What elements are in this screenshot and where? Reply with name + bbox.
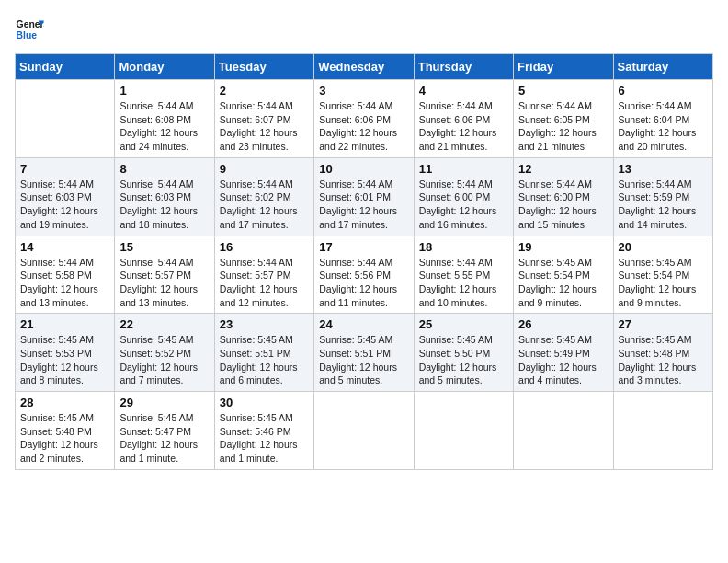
logo: General Blue bbox=[15, 15, 48, 44]
calendar-cell: 30Sunrise: 5:45 AM Sunset: 5:46 PM Dayli… bbox=[214, 392, 313, 470]
calendar-cell: 5Sunrise: 5:44 AM Sunset: 6:05 PM Daylig… bbox=[514, 80, 613, 158]
day-sun-info: Sunrise: 5:45 AM Sunset: 5:49 PM Dayligh… bbox=[518, 333, 608, 387]
calendar-cell: 22Sunrise: 5:45 AM Sunset: 5:52 PM Dayli… bbox=[115, 314, 214, 392]
calendar-cell: 9Sunrise: 5:44 AM Sunset: 6:02 PM Daylig… bbox=[214, 157, 313, 236]
weekday-header-row: SundayMondayTuesdayWednesdayThursdayFrid… bbox=[16, 54, 713, 80]
weekday-header-saturday: Saturday bbox=[613, 54, 712, 80]
day-number: 28 bbox=[20, 396, 109, 409]
svg-text:Blue: Blue bbox=[17, 30, 38, 40]
day-sun-info: Sunrise: 5:45 AM Sunset: 5:50 PM Dayligh… bbox=[419, 333, 508, 387]
calendar-cell: 4Sunrise: 5:44 AM Sunset: 6:06 PM Daylig… bbox=[414, 80, 513, 158]
day-sun-info: Sunrise: 5:45 AM Sunset: 5:54 PM Dayligh… bbox=[518, 256, 608, 310]
day-sun-info: Sunrise: 5:44 AM Sunset: 6:03 PM Dayligh… bbox=[20, 178, 109, 232]
weekday-header-wednesday: Wednesday bbox=[314, 54, 414, 80]
day-sun-info: Sunrise: 5:44 AM Sunset: 5:59 PM Dayligh… bbox=[619, 178, 708, 232]
logo-icon: General Blue bbox=[15, 15, 44, 44]
calendar-cell: 19Sunrise: 5:45 AM Sunset: 5:54 PM Dayli… bbox=[514, 236, 613, 314]
day-sun-info: Sunrise: 5:44 AM Sunset: 6:08 PM Dayligh… bbox=[119, 99, 209, 154]
calendar-week-row: 28Sunrise: 5:45 AM Sunset: 5:48 PM Dayli… bbox=[16, 392, 713, 470]
day-sun-info: Sunrise: 5:44 AM Sunset: 6:02 PM Dayligh… bbox=[220, 178, 309, 232]
day-number: 16 bbox=[220, 240, 309, 254]
day-number: 26 bbox=[518, 317, 608, 331]
calendar-week-row: 1Sunrise: 5:44 AM Sunset: 6:08 PM Daylig… bbox=[16, 80, 713, 158]
day-sun-info: Sunrise: 5:44 AM Sunset: 5:56 PM Dayligh… bbox=[319, 256, 408, 310]
day-number: 6 bbox=[619, 84, 708, 98]
calendar-week-row: 14Sunrise: 5:44 AM Sunset: 5:58 PM Dayli… bbox=[16, 236, 713, 314]
page-header: General Blue bbox=[15, 15, 713, 44]
calendar-cell: 18Sunrise: 5:44 AM Sunset: 5:55 PM Dayli… bbox=[414, 236, 513, 314]
calendar-cell: 26Sunrise: 5:45 AM Sunset: 5:49 PM Dayli… bbox=[514, 314, 613, 392]
day-sun-info: Sunrise: 5:44 AM Sunset: 6:05 PM Dayligh… bbox=[518, 99, 608, 154]
calendar-cell: 2Sunrise: 5:44 AM Sunset: 6:07 PM Daylig… bbox=[214, 80, 313, 158]
day-number: 4 bbox=[419, 84, 508, 98]
day-number: 2 bbox=[220, 84, 309, 98]
calendar-cell: 16Sunrise: 5:44 AM Sunset: 5:57 PM Dayli… bbox=[214, 236, 313, 314]
day-sun-info: Sunrise: 5:44 AM Sunset: 6:06 PM Dayligh… bbox=[319, 99, 408, 154]
weekday-header-monday: Monday bbox=[115, 54, 214, 80]
calendar-cell: 25Sunrise: 5:45 AM Sunset: 5:50 PM Dayli… bbox=[414, 314, 513, 392]
day-sun-info: Sunrise: 5:44 AM Sunset: 6:04 PM Dayligh… bbox=[619, 99, 708, 154]
calendar-cell: 28Sunrise: 5:45 AM Sunset: 5:48 PM Dayli… bbox=[16, 392, 115, 470]
day-sun-info: Sunrise: 5:45 AM Sunset: 5:47 PM Dayligh… bbox=[119, 411, 209, 465]
day-sun-info: Sunrise: 5:45 AM Sunset: 5:51 PM Dayligh… bbox=[319, 333, 408, 387]
calendar-cell: 21Sunrise: 5:45 AM Sunset: 5:53 PM Dayli… bbox=[16, 314, 115, 392]
day-number: 27 bbox=[619, 317, 708, 331]
calendar-cell: 10Sunrise: 5:44 AM Sunset: 6:01 PM Dayli… bbox=[314, 157, 414, 236]
day-number: 29 bbox=[119, 396, 209, 409]
day-sun-info: Sunrise: 5:44 AM Sunset: 6:01 PM Dayligh… bbox=[319, 178, 408, 232]
calendar-cell: 20Sunrise: 5:45 AM Sunset: 5:54 PM Dayli… bbox=[613, 236, 712, 314]
day-sun-info: Sunrise: 5:44 AM Sunset: 5:57 PM Dayligh… bbox=[220, 256, 309, 310]
calendar-week-row: 7Sunrise: 5:44 AM Sunset: 6:03 PM Daylig… bbox=[16, 157, 713, 236]
day-number: 17 bbox=[319, 240, 408, 254]
day-sun-info: Sunrise: 5:45 AM Sunset: 5:52 PM Dayligh… bbox=[119, 333, 209, 387]
day-sun-info: Sunrise: 5:45 AM Sunset: 5:46 PM Dayligh… bbox=[220, 411, 309, 465]
day-number: 25 bbox=[419, 317, 508, 331]
weekday-header-thursday: Thursday bbox=[414, 54, 513, 80]
day-sun-info: Sunrise: 5:45 AM Sunset: 5:51 PM Dayligh… bbox=[220, 333, 309, 387]
calendar-cell: 7Sunrise: 5:44 AM Sunset: 6:03 PM Daylig… bbox=[16, 157, 115, 236]
day-number: 20 bbox=[619, 240, 708, 254]
weekday-header-friday: Friday bbox=[514, 54, 613, 80]
calendar-cell: 3Sunrise: 5:44 AM Sunset: 6:06 PM Daylig… bbox=[314, 80, 414, 158]
calendar-cell: 13Sunrise: 5:44 AM Sunset: 5:59 PM Dayli… bbox=[613, 157, 712, 236]
day-number: 8 bbox=[119, 162, 209, 176]
day-number: 12 bbox=[518, 162, 608, 176]
day-sun-info: Sunrise: 5:45 AM Sunset: 5:48 PM Dayligh… bbox=[619, 333, 708, 387]
calendar-cell bbox=[16, 80, 115, 158]
calendar-cell: 23Sunrise: 5:45 AM Sunset: 5:51 PM Dayli… bbox=[214, 314, 313, 392]
day-number: 24 bbox=[319, 317, 408, 331]
day-number: 15 bbox=[119, 240, 209, 254]
calendar-cell: 8Sunrise: 5:44 AM Sunset: 6:03 PM Daylig… bbox=[115, 157, 214, 236]
day-sun-info: Sunrise: 5:44 AM Sunset: 6:00 PM Dayligh… bbox=[419, 178, 508, 232]
calendar-cell: 17Sunrise: 5:44 AM Sunset: 5:56 PM Dayli… bbox=[314, 236, 414, 314]
calendar-cell: 6Sunrise: 5:44 AM Sunset: 6:04 PM Daylig… bbox=[613, 80, 712, 158]
day-sun-info: Sunrise: 5:44 AM Sunset: 6:03 PM Dayligh… bbox=[119, 178, 209, 232]
day-number: 1 bbox=[119, 84, 209, 98]
day-number: 3 bbox=[319, 84, 408, 98]
calendar-cell: 1Sunrise: 5:44 AM Sunset: 6:08 PM Daylig… bbox=[115, 80, 214, 158]
day-sun-info: Sunrise: 5:44 AM Sunset: 6:00 PM Dayligh… bbox=[518, 178, 608, 232]
calendar-cell: 11Sunrise: 5:44 AM Sunset: 6:00 PM Dayli… bbox=[414, 157, 513, 236]
day-number: 18 bbox=[419, 240, 508, 254]
day-number: 22 bbox=[119, 317, 209, 331]
day-sun-info: Sunrise: 5:45 AM Sunset: 5:53 PM Dayligh… bbox=[20, 333, 109, 387]
day-sun-info: Sunrise: 5:44 AM Sunset: 5:58 PM Dayligh… bbox=[20, 256, 109, 310]
calendar-cell bbox=[613, 392, 712, 470]
calendar-cell: 24Sunrise: 5:45 AM Sunset: 5:51 PM Dayli… bbox=[314, 314, 414, 392]
day-number: 7 bbox=[20, 162, 109, 176]
calendar-cell: 15Sunrise: 5:44 AM Sunset: 5:57 PM Dayli… bbox=[115, 236, 214, 314]
calendar-cell bbox=[314, 392, 414, 470]
calendar-cell: 29Sunrise: 5:45 AM Sunset: 5:47 PM Dayli… bbox=[115, 392, 214, 470]
day-number: 30 bbox=[220, 396, 309, 409]
day-sun-info: Sunrise: 5:44 AM Sunset: 5:57 PM Dayligh… bbox=[119, 256, 209, 310]
calendar-cell bbox=[514, 392, 613, 470]
day-number: 10 bbox=[319, 162, 408, 176]
calendar-cell: 14Sunrise: 5:44 AM Sunset: 5:58 PM Dayli… bbox=[16, 236, 115, 314]
day-number: 21 bbox=[20, 317, 109, 331]
day-number: 19 bbox=[518, 240, 608, 254]
calendar-cell: 27Sunrise: 5:45 AM Sunset: 5:48 PM Dayli… bbox=[613, 314, 712, 392]
day-number: 5 bbox=[518, 84, 608, 98]
calendar-week-row: 21Sunrise: 5:45 AM Sunset: 5:53 PM Dayli… bbox=[16, 314, 713, 392]
day-number: 13 bbox=[619, 162, 708, 176]
day-sun-info: Sunrise: 5:44 AM Sunset: 6:07 PM Dayligh… bbox=[220, 99, 309, 154]
